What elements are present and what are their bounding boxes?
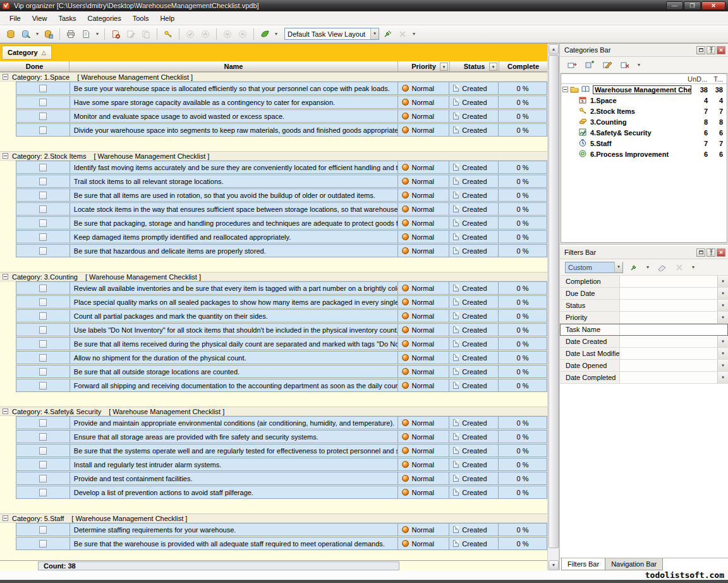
- save-database-button[interactable]: [42, 27, 56, 41]
- column-undone[interactable]: UnD...: [688, 75, 709, 83]
- minimize-button[interactable]: —: [666, 1, 683, 10]
- task-row[interactable]: Identify fast moving items accurately an…: [16, 161, 547, 174]
- task-row[interactable]: Develop a list of prevention actions to …: [16, 486, 547, 499]
- task-row[interactable]: Be sure that the warehouse is provided w…: [16, 537, 547, 550]
- column-header-status[interactable]: Status▾: [450, 61, 499, 71]
- edit-category-button[interactable]: [600, 58, 614, 72]
- task-row[interactable]: Be sure that the systems operate well an…: [16, 444, 547, 457]
- category-tree-item[interactable]: Warehouse Management Che 38 38: [561, 84, 727, 95]
- category-tree-item[interactable]: 5 1.Space 4 4: [561, 95, 727, 106]
- task-checkbox[interactable]: [39, 233, 47, 241]
- task-checkbox[interactable]: [39, 433, 47, 441]
- task-checkbox[interactable]: [39, 164, 47, 171]
- task-row[interactable]: Monitor and evaluate space usage to avoi…: [16, 109, 547, 123]
- move-up-button[interactable]: [236, 27, 250, 41]
- task-checkbox[interactable]: [39, 475, 47, 482]
- menu-tools[interactable]: Tools: [127, 13, 155, 24]
- tab-filters-bar[interactable]: Filters Bar: [561, 558, 605, 570]
- task-row[interactable]: Forward all shipping and receiving docum…: [16, 379, 547, 392]
- task-view-layout-combo[interactable]: Default Task View Layout ▾: [284, 28, 379, 40]
- task-checkbox[interactable]: [39, 461, 47, 469]
- task-row[interactable]: Allow no shipment for the duration of th…: [16, 351, 547, 364]
- new-category-button[interactable]: [565, 58, 579, 72]
- edit-task-button[interactable]: [124, 27, 138, 41]
- filter-value[interactable]: [620, 288, 717, 299]
- move-down-button[interactable]: [221, 27, 234, 41]
- filter-dropdown-button[interactable]: ▾: [717, 372, 728, 383]
- column-header-done[interactable]: Done: [0, 61, 70, 71]
- collapse-icon[interactable]: [3, 274, 8, 279]
- task-checkbox[interactable]: [39, 340, 47, 348]
- category-tree-item[interactable]: 6.Process Improvement 6 6: [561, 149, 727, 159]
- menu-categories[interactable]: Categories: [82, 13, 127, 24]
- filter-value[interactable]: [620, 300, 717, 311]
- open-database-button[interactable]: [19, 27, 33, 41]
- filter-preset-dropdown[interactable]: ▾: [614, 262, 622, 273]
- task-row[interactable]: Be sure that all outside storage locatio…: [16, 365, 547, 378]
- filter-value[interactable]: [620, 360, 717, 371]
- open-database-dropdown[interactable]: ▾: [34, 31, 40, 37]
- task-row[interactable]: Be sure that packaging, storage and hand…: [16, 216, 547, 230]
- new-subcategory-button[interactable]: [583, 58, 597, 72]
- task-row[interactable]: Install and regularly test intruder alar…: [16, 458, 547, 471]
- category-group-header[interactable]: Category: 4.Safety& Security [ Warehouse…: [0, 407, 547, 416]
- save-layout-button[interactable]: [380, 27, 394, 41]
- filter-value[interactable]: [620, 372, 717, 383]
- scrollbar-thumb[interactable]: [549, 55, 559, 548]
- filter-value[interactable]: [620, 324, 728, 335]
- task-checkbox[interactable]: [39, 298, 47, 306]
- new-task-button[interactable]: [109, 27, 123, 41]
- filters-toolbar-overflow[interactable]: ▾: [690, 264, 696, 270]
- filter-dropdown-button[interactable]: ▾: [717, 312, 728, 323]
- menu-tasks[interactable]: Tasks: [52, 13, 82, 24]
- panel-restore-button[interactable]: [696, 46, 705, 54]
- task-row[interactable]: Be sure that all items are used in rotat…: [16, 188, 547, 202]
- clear-filter-button[interactable]: [655, 261, 669, 274]
- task-checkbox[interactable]: [39, 489, 47, 496]
- task-checkbox[interactable]: [39, 247, 47, 255]
- task-row[interactable]: Be sure your warehouse space is allocate…: [16, 82, 547, 95]
- task-checkbox[interactable]: [39, 326, 47, 334]
- vertical-scrollbar[interactable]: ▲ ▼: [547, 44, 559, 571]
- filter-dropdown-button[interactable]: ▾: [717, 348, 728, 359]
- scroll-down-button[interactable]: ▼: [549, 560, 559, 570]
- task-row[interactable]: Keep damaged items promptly identified a…: [16, 230, 547, 243]
- column-header-name[interactable]: Name: [70, 61, 398, 71]
- assign-key-button[interactable]: [161, 27, 175, 41]
- task-row[interactable]: Divide your warehouse space into segment…: [16, 123, 547, 137]
- tab-navigation-bar[interactable]: Navigation Bar: [605, 558, 663, 570]
- panel-close-button[interactable]: ✕: [717, 46, 725, 54]
- task-row[interactable]: Count all partial packages and mark the …: [16, 309, 547, 322]
- filter-value[interactable]: [620, 348, 717, 359]
- panel-close-button[interactable]: ✕: [717, 249, 725, 257]
- collapse-icon[interactable]: [562, 87, 568, 92]
- menu-help[interactable]: Help: [154, 13, 180, 24]
- filter-dropdown-button[interactable]: ▾: [717, 336, 728, 347]
- task-name-filter-input[interactable]: [620, 324, 728, 335]
- filter-dropdown-button[interactable]: ▾: [717, 288, 728, 299]
- print-overflow-dropdown[interactable]: ▾: [94, 31, 100, 37]
- notifications-dropdown[interactable]: ▾: [273, 31, 279, 37]
- scroll-up-button[interactable]: ▲: [549, 44, 559, 54]
- maximize-button[interactable]: ❐: [684, 1, 701, 10]
- toolbar-overflow-dropdown[interactable]: ▾: [411, 31, 417, 37]
- filter-dropdown-button[interactable]: ▾: [717, 276, 728, 287]
- duplicate-task-button[interactable]: [139, 27, 153, 41]
- task-row[interactable]: Locate stock items in the way that ensur…: [16, 202, 547, 216]
- task-row[interactable]: Review all available inventories and be …: [16, 281, 547, 295]
- panel-pin-button[interactable]: [707, 46, 715, 54]
- delete-filter-button[interactable]: [672, 261, 686, 274]
- collapse-icon[interactable]: [3, 74, 8, 80]
- task-checkbox[interactable]: [39, 206, 47, 213]
- reopen-task-button[interactable]: [198, 27, 212, 41]
- filter-dropdown-button[interactable]: ▾: [717, 360, 728, 371]
- task-checkbox[interactable]: [39, 526, 47, 534]
- filter-value[interactable]: [620, 312, 717, 323]
- priority-filter-button[interactable]: ▾: [440, 63, 448, 71]
- print-button[interactable]: [64, 27, 78, 41]
- task-row[interactable]: Determine staffing requirements for your…: [16, 523, 547, 536]
- status-filter-button[interactable]: ▾: [489, 63, 497, 71]
- category-group-header[interactable]: Category: 2.Stock Items [ Warehouse Mana…: [0, 151, 547, 161]
- collapse-icon[interactable]: [3, 408, 8, 414]
- task-row[interactable]: Provide and maintain appropriate environ…: [16, 416, 547, 429]
